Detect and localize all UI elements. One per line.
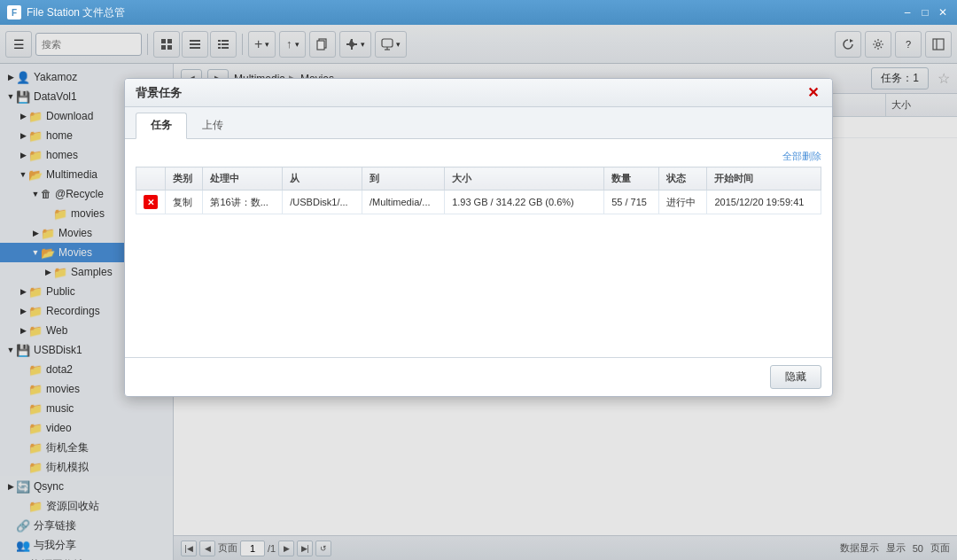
modal-footer: 隐藏: [125, 357, 832, 396]
title-bar: F File Station 文件总管 – □ ✕: [0, 0, 957, 25]
col-header-processing: 处理中: [203, 167, 283, 191]
hide-btn[interactable]: 隐藏: [770, 365, 821, 389]
modal-content: 全部删除 类别 处理中 从 到 大小 数量 状态 开始时间: [125, 139, 832, 357]
task-processing: 第16讲：数...: [203, 191, 283, 214]
task-start-time: 2015/12/20 19:59:41: [707, 191, 821, 214]
col-header-cancel: [136, 167, 166, 191]
col-header-status: 状态: [659, 167, 707, 191]
modal-close-btn[interactable]: ✕: [804, 84, 821, 102]
modal-tabs: 任务 上传: [125, 107, 832, 139]
col-header-count: 数量: [604, 167, 659, 191]
task-from: /USBDisk1/...: [283, 191, 362, 214]
app-icon: F: [7, 5, 21, 19]
col-header-size: 大小: [445, 167, 604, 191]
task-to: /Multimedia/...: [362, 191, 445, 214]
modal-overlay[interactable]: 背景任务 ✕ 任务 上传 全部删除 类别 处理中 从: [0, 25, 957, 560]
tab-upload[interactable]: 上传: [187, 113, 238, 138]
task-type: 复制: [166, 191, 203, 214]
modal-title: 背景任务: [136, 85, 182, 101]
col-header-from: 从: [283, 167, 362, 191]
app-title: File Station 文件总管: [27, 5, 900, 20]
task-cancel-cell: ✕: [136, 191, 166, 214]
task-size: 1.93 GB / 314.22 GB (0.6%): [445, 191, 604, 214]
window-controls[interactable]: – □ ✕: [900, 5, 950, 19]
close-btn[interactable]: ✕: [936, 5, 950, 19]
col-header-type: 类别: [166, 167, 203, 191]
tab-tasks[interactable]: 任务: [136, 113, 187, 139]
cancel-task-btn[interactable]: ✕: [144, 195, 158, 209]
col-header-to: 到: [362, 167, 445, 191]
maximize-btn[interactable]: □: [918, 5, 932, 19]
task-status: 进行中: [659, 191, 707, 214]
main-container: ☰ ▾ + ▾ ↑ ▾ ▾: [0, 25, 957, 560]
task-table: 类别 处理中 从 到 大小 数量 状态 开始时间: [136, 167, 821, 214]
task-count: 55 / 715: [604, 191, 659, 214]
table-row: ✕ 复制 第16讲：数... /USBDisk1/... /Multimedia…: [136, 191, 821, 214]
clear-all-btn[interactable]: 全部删除: [782, 150, 821, 163]
modal-header: 背景任务 ✕: [125, 79, 832, 107]
col-header-starttime: 开始时间: [707, 167, 821, 191]
minimize-btn[interactable]: –: [900, 5, 914, 19]
background-task-modal: 背景任务 ✕ 任务 上传 全部删除 类别 处理中 从: [124, 78, 833, 397]
